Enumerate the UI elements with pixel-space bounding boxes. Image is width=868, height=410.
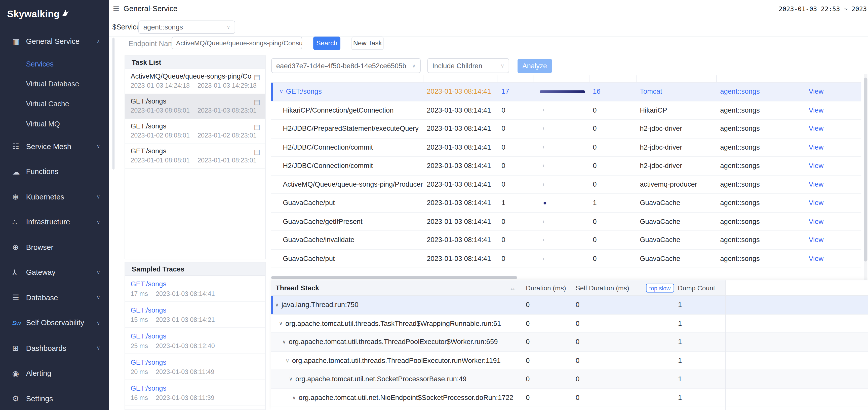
frame-self-duration: 0 <box>573 375 642 383</box>
span-service: agent::songs <box>717 217 805 226</box>
task-log-icon[interactable]: ▤ <box>254 123 260 131</box>
span-row[interactable]: GuavaCache/put 2023-01-03 08:14:41 0 0 G… <box>271 250 861 268</box>
sidebar-item-alerting[interactable]: ◉ Alerting <box>0 361 109 386</box>
column-divider <box>725 280 725 410</box>
sidebar-item-virtual-mq[interactable]: Virtual MQ <box>0 114 109 134</box>
span-row[interactable]: HikariCP/Connection/getConnection 2023-0… <box>271 101 861 120</box>
trace-duration: 25 ms <box>131 343 148 349</box>
sidebar-item-virtual-cache[interactable]: Virtual Cache <box>0 94 109 114</box>
span-row[interactable]: GuavaCache/put 2023-01-03 08:14:41 1 1 G… <box>271 194 861 212</box>
thread-stack-row-selected[interactable]: ∨java.lang.Thread.run:750 0 0 1 <box>271 296 868 315</box>
view-link[interactable]: View <box>805 143 861 151</box>
sidebar-item-service-mesh[interactable]: ☷ Service Mesh ∨ <box>0 134 109 159</box>
trace-list-item[interactable]: GET:/songs 16 ms 2023-01-03 08:11:39 <box>125 380 265 406</box>
trace-list-item[interactable]: GET:/songs 15 ms 2023-01-03 08:14:21 <box>125 302 265 328</box>
span-service-link[interactable]: agent::songs <box>717 88 805 95</box>
sidebar-item-settings[interactable]: ⚙ Settings <box>0 386 109 410</box>
include-children-select[interactable]: Include Children ∨ <box>427 58 509 73</box>
view-link[interactable]: View <box>805 236 861 244</box>
thread-stack-row[interactable]: ∨org.apache.tomcat.util.threads.TaskThre… <box>271 315 868 333</box>
task-log-icon[interactable]: ▤ <box>254 73 260 81</box>
sidebar-item-virtual-database[interactable]: Virtual Database <box>0 74 109 94</box>
span-count2-link[interactable]: 16 <box>589 88 637 95</box>
span-component-link[interactable]: Tomcat <box>637 88 717 95</box>
thread-stack-row[interactable]: ∨org.apache.tomcat.util.threads.ThreadPo… <box>271 352 868 370</box>
sidebar-item-general-service[interactable]: ▥ General Service ∧ <box>0 29 109 54</box>
endpoint-name-input[interactable]: ActiveMQ/Queue/queue-songs-ping/Consumer <box>172 36 302 49</box>
top-slow-toggle[interactable]: top slow <box>646 283 674 292</box>
table-horizontal-scrollbar-thumb[interactable] <box>271 276 517 279</box>
span-service: agent::songs <box>717 162 805 170</box>
span-row[interactable]: GuavaCache/getIfPresent 2023-01-03 08:14… <box>271 212 861 231</box>
sidebar-item-browser[interactable]: ⊕ Browser <box>0 235 109 260</box>
sidebar-item-gateway[interactable]: ⅄ Gateway ∨ <box>0 260 109 285</box>
task-list-item[interactable]: ActiveMQ/Queue/queue-songs-ping/Consumer… <box>125 69 265 94</box>
trace-list-item[interactable]: GET:/songs 20 ms 2023-01-03 08:11:49 <box>125 354 265 380</box>
collapse-caret-icon[interactable]: ∨ <box>275 302 279 308</box>
collapse-caret-icon[interactable]: ∨ <box>282 339 286 345</box>
kubernetes-icon: ⊛ <box>12 193 26 201</box>
task-end-time: 2023-01-01 08:23:01 <box>197 157 257 164</box>
collapse-caret-icon[interactable]: ∨ <box>285 358 289 363</box>
view-link[interactable]: View <box>805 255 861 262</box>
span-row[interactable]: GuavaCache/invalidate 2023-01-03 08:14:4… <box>271 231 861 250</box>
frame-dump-count: 1 <box>642 338 725 346</box>
collapse-caret-icon[interactable]: ∨ <box>289 376 292 382</box>
sidebar-item-label: Kubernetes <box>26 193 64 201</box>
sidebar-item-dashboards[interactable]: ⊞ Dashboards ∨ <box>0 335 109 361</box>
collapse-caret-icon[interactable]: ∨ <box>279 321 283 326</box>
chevron-up-icon: ∧ <box>97 38 100 44</box>
sidebar-item-services[interactable]: Services <box>0 54 109 74</box>
span-count-link[interactable]: 17 <box>498 88 534 95</box>
view-link[interactable]: View <box>805 125 861 133</box>
task-log-icon[interactable]: ▤ <box>254 148 260 156</box>
new-task-button[interactable]: New Task <box>351 36 384 50</box>
search-button[interactable]: Search <box>313 36 340 50</box>
span-service: agent::songs <box>717 199 805 207</box>
thread-stack-row[interactable]: ∨org.apache.tomcat.util.net.SocketProces… <box>271 370 868 389</box>
view-link[interactable]: View <box>805 181 861 188</box>
skywalking-sw-icon: Sw <box>12 320 26 326</box>
span-row[interactable]: H2/JDBC/Connection/commit 2023-01-03 08:… <box>271 157 861 176</box>
chevron-down-icon: ∨ <box>412 63 416 68</box>
time-range-picker[interactable]: 2023-01-03 22:53 ~ 2023 <box>779 5 867 13</box>
task-list-item[interactable]: GET:/songs ▤ 2023-01-01 08:08:01 2023-01… <box>125 144 265 169</box>
view-link[interactable]: View <box>805 217 861 226</box>
thread-stack-row[interactable]: ∨org.apache.tomcat.util.threads.ThreadPo… <box>271 333 868 352</box>
task-log-icon[interactable]: ▤ <box>254 98 260 106</box>
span-row[interactable]: ActiveMQ/Queue/queue-songs-ping/Producer… <box>271 175 861 194</box>
sidebar-item-self-observability[interactable]: Sw Self Observability ∨ <box>0 310 109 335</box>
sidebar-item-functions[interactable]: ☁ Functions <box>0 159 109 184</box>
menu-toggle-icon[interactable]: ☰ <box>113 4 120 13</box>
col-sep <box>717 75 805 82</box>
span-count2: 0 <box>589 162 637 170</box>
task-list-item[interactable]: GET:/songs ▤ 2023-01-02 08:08:01 2023-01… <box>125 119 265 144</box>
span-component: h2-jdbc-driver <box>637 143 717 151</box>
include-children-value: Include Children <box>432 62 482 69</box>
thread-stack-row[interactable]: ∨org.apache.tomcat.util.net.NioEndpoint$… <box>271 389 868 407</box>
sidebar-item-database[interactable]: ☰ Database ∨ <box>0 285 109 310</box>
resize-icon[interactable]: ↔ <box>509 284 520 292</box>
view-link[interactable]: View <box>805 199 861 207</box>
task-start-time: 2023-01-03 14:24:18 <box>131 82 190 89</box>
expand-caret-icon[interactable]: ∨ <box>280 89 283 94</box>
view-link[interactable]: View <box>805 88 861 95</box>
trace-list-item[interactable]: GET:/songs 25 ms 2023-01-03 08:12:40 <box>125 328 265 354</box>
task-list-item-selected[interactable]: GET:/songs ▤ 2023-01-03 08:08:01 2023-01… <box>125 94 265 119</box>
bar-chart-icon: ▥ <box>12 37 26 46</box>
right-scrollbar-thumb[interactable] <box>864 78 867 261</box>
trace-id-select[interactable]: eaed37e7-1d4e-4f50-be8d-14e52ce6505b ∨ <box>271 58 421 73</box>
service-select[interactable]: agent::songs ∨ <box>138 21 235 34</box>
view-link[interactable]: View <box>805 106 861 114</box>
sidebar-item-kubernetes[interactable]: ⊛ Kubernetes ∨ <box>0 184 109 209</box>
sidebar-item-infrastructure[interactable]: ∴ Infrastructure ∨ <box>0 209 109 235</box>
span-row[interactable]: H2/JDBC/Connection/commit 2023-01-03 08:… <box>271 138 861 157</box>
trace-list-item[interactable]: GET:/songs 17 ms 2023-01-03 08:14:41 <box>125 276 265 302</box>
view-link[interactable]: View <box>805 162 861 170</box>
span-row[interactable]: H2/JDBC/PreparedStatement/executeQuery 2… <box>271 120 861 138</box>
span-row-selected[interactable]: ∨GET:/songs 2023-01-03 08:14:41 17 16 To… <box>271 83 861 101</box>
collapse-caret-icon[interactable]: ∨ <box>292 395 296 401</box>
span-name-link[interactable]: GET:/songs <box>286 88 322 95</box>
content-scrollbar-thumb[interactable] <box>113 38 115 170</box>
analyze-button[interactable]: Analyze <box>518 59 552 73</box>
